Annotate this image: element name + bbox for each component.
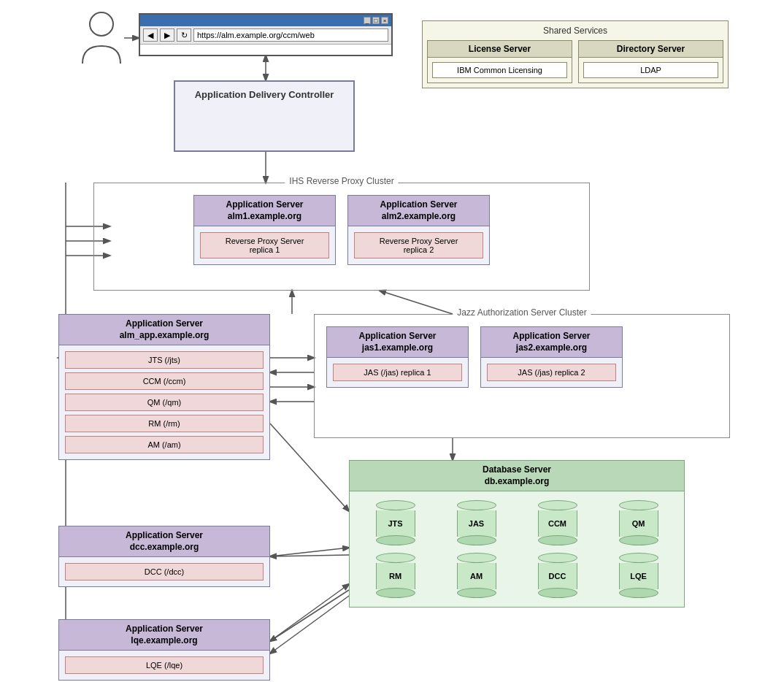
db-jas: JAS	[439, 500, 513, 545]
lqe-server: Application Server lqe.example.org LQE (…	[58, 619, 270, 681]
lqe-item: LQE (/lqe)	[65, 656, 264, 674]
cyl-body: RM	[376, 563, 415, 589]
alm-app-server: Application Server alm_app.example.org J…	[58, 314, 270, 460]
jas2-server: Application Server jas2.example.org JAS …	[480, 326, 623, 388]
dcc-server-content: DCC (/dcc)	[59, 557, 269, 586]
directory-server-content: LDAP	[579, 58, 723, 83]
jazz-cluster: Jazz Authorization Server Cluster Applic…	[314, 314, 730, 438]
diagram-container: _ □ × ◀ ▶ ↻ Application Delivery Control…	[0, 0, 784, 682]
lqe-server-content: LQE (/lqe)	[59, 651, 269, 680]
db-dcc: DCC	[520, 553, 594, 598]
user-icon	[79, 11, 124, 66]
cyl-top	[538, 500, 577, 510]
jas1-title: Application Server jas1.example.org	[327, 327, 468, 358]
minimize-button[interactable]: _	[364, 17, 371, 24]
cyl-bottom	[457, 588, 496, 598]
alm-app-title: Application Server alm_app.example.org	[59, 315, 269, 345]
jazz-inner: Application Server jas1.example.org JAS …	[315, 315, 729, 396]
qm-item: QM (/qm)	[65, 394, 264, 411]
cyl-bottom	[538, 535, 577, 545]
cyl-bottom	[538, 588, 577, 598]
cyl-top	[376, 500, 415, 510]
ihs-proxy1-item: Reverse Proxy Server replica 1	[200, 232, 329, 258]
cyl-bottom	[376, 535, 415, 545]
browser-window: _ □ × ◀ ▶ ↻	[139, 13, 393, 56]
rm-item: RM (/rm)	[65, 415, 264, 432]
cyl-bottom	[619, 535, 658, 545]
cyl-body: JTS	[376, 510, 415, 537]
browser-toolbar: ◀ ▶ ↻	[140, 26, 391, 45]
ihs-cluster: IHS Reverse Proxy Cluster Application Se…	[93, 183, 590, 291]
ibm-licensing-item: IBM Common Licensing	[432, 62, 567, 78]
shared-services-title: Shared Services	[427, 26, 723, 36]
svg-line-18	[270, 548, 349, 556]
cyl-bottom	[376, 588, 415, 598]
db-rm: RM	[358, 553, 432, 598]
ihs-inner: Application Server alm1.example.org Reve…	[94, 183, 589, 274]
cyl-bottom	[619, 588, 658, 598]
db-server-title: Database Server db.example.org	[350, 461, 684, 491]
ihs-server2: Application Server alm2.example.org Reve…	[347, 195, 490, 265]
shared-services: Shared Services License Server IBM Commo…	[422, 20, 729, 88]
license-server-box: License Server IBM Common Licensing	[427, 40, 572, 83]
cyl-body: QM	[619, 510, 658, 537]
alm-app-content: JTS (/jts) CCM (/ccm) QM (/qm) RM (/rm) …	[59, 345, 269, 459]
ccm-item: CCM (/ccm)	[65, 372, 264, 390]
license-server-title: License Server	[428, 41, 572, 58]
close-button[interactable]: ×	[381, 17, 388, 24]
am-item: AM (/am)	[65, 436, 264, 453]
titlebar-buttons: _ □ ×	[364, 17, 388, 24]
back-button[interactable]: ◀	[143, 28, 158, 42]
browser-content	[140, 45, 391, 55]
svg-line-13	[380, 291, 453, 314]
jas1-item: JAS (/jas) replica 1	[333, 364, 462, 381]
cyl-body: JAS	[457, 510, 496, 537]
svg-line-21	[270, 584, 349, 641]
ldap-item: LDAP	[583, 62, 718, 78]
cyl-top	[619, 500, 658, 510]
ihs-server2-content: Reverse Proxy Server replica 2	[348, 226, 489, 264]
directory-server-title: Directory Server	[579, 41, 723, 58]
jts-item: JTS (/jts)	[65, 351, 264, 369]
browser-titlebar: _ □ ×	[140, 15, 391, 26]
svg-line-19	[270, 555, 349, 556]
jas2-item: JAS (/jas) replica 2	[487, 364, 616, 381]
address-bar[interactable]	[193, 28, 388, 42]
svg-point-26	[90, 12, 113, 36]
svg-line-22	[270, 590, 349, 641]
jazz-cluster-title: Jazz Authorization Server Cluster	[453, 307, 591, 318]
refresh-button[interactable]: ↻	[177, 28, 191, 42]
db-server: Database Server db.example.org JTS JAS C…	[349, 460, 685, 608]
forward-button[interactable]: ▶	[160, 28, 174, 42]
ihs-server1-title: Application Server alm1.example.org	[194, 196, 335, 226]
cyl-bottom	[457, 535, 496, 545]
cyl-top	[457, 500, 496, 510]
db-ccm: CCM	[520, 500, 594, 545]
jas2-title: Application Server jas2.example.org	[481, 327, 622, 358]
cyl-body: DCC	[538, 563, 577, 589]
adc-box: Application Delivery Controller	[174, 80, 355, 152]
ihs-server1-content: Reverse Proxy Server replica 1	[194, 226, 335, 264]
ihs-proxy2-item: Reverse Proxy Server replica 2	[354, 232, 483, 258]
jas1-content: JAS (/jas) replica 1	[327, 358, 468, 387]
cyl-top	[538, 553, 577, 563]
dcc-item: DCC (/dcc)	[65, 563, 264, 581]
svg-line-23	[270, 596, 349, 654]
cyl-top	[457, 553, 496, 563]
ihs-cluster-title: IHS Reverse Proxy Cluster	[285, 176, 398, 186]
directory-server-box: Directory Server LDAP	[578, 40, 723, 83]
license-server-content: IBM Common Licensing	[428, 58, 572, 83]
lqe-server-title: Application Server lqe.example.org	[59, 620, 269, 651]
db-server-content: JTS JAS CCM QM RM	[350, 491, 684, 607]
cyl-body: CCM	[538, 510, 577, 537]
jas2-content: JAS (/jas) replica 2	[481, 358, 622, 387]
cyl-body: LQE	[619, 563, 658, 589]
dcc-server-title: Application Server dcc.example.org	[59, 526, 269, 557]
db-jts: JTS	[358, 500, 432, 545]
ihs-server1: Application Server alm1.example.org Reve…	[193, 195, 336, 265]
jas1-server: Application Server jas1.example.org JAS …	[326, 326, 469, 388]
cyl-body: AM	[457, 563, 496, 589]
cyl-top	[619, 553, 658, 563]
maximize-button[interactable]: □	[372, 17, 380, 24]
db-qm: QM	[602, 500, 675, 545]
